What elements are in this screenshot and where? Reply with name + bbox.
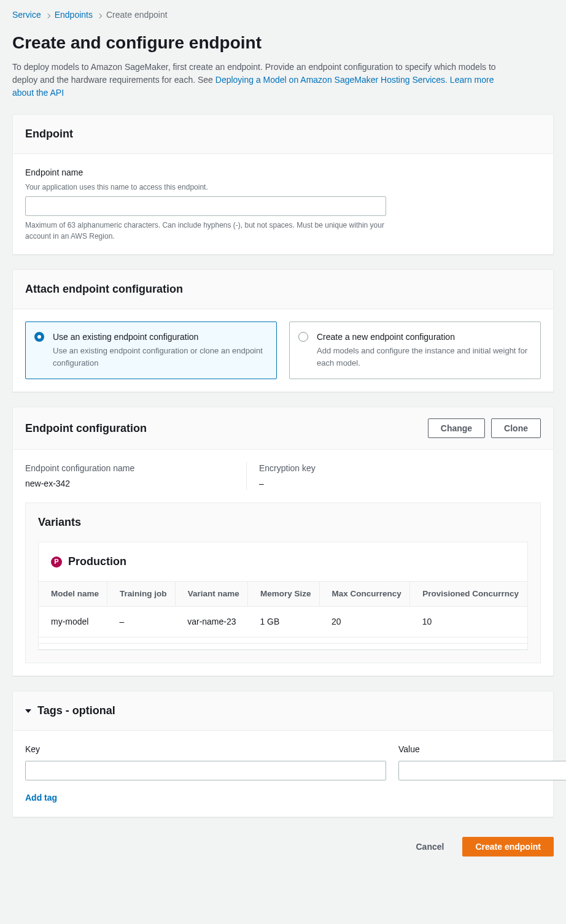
page-description: To deploy models to Amazon SageMaker, fi… (12, 61, 516, 99)
col-model-name: Model name (39, 582, 107, 607)
table-row: my-model – var-name-23 1 GB 20 10 (39, 607, 527, 637)
endpoint-config-panel: Endpoint configuration Change Clone Endp… (12, 407, 554, 676)
cell-provisioned-concurrency: 10 (410, 607, 527, 637)
radio-icon (298, 332, 308, 342)
col-provisioned-concurrency: Provisioned Concurrncy (410, 582, 527, 607)
endpoint-name-label: Endpoint name (25, 166, 541, 179)
tag-value-input[interactable] (398, 761, 566, 780)
variants-panel: Variants P Production Model name Tra (25, 502, 541, 663)
endpoint-name-constraint: Maximum of 63 alphanumeric characters. C… (25, 220, 387, 242)
cell-variant-name: var-name-23 (175, 607, 247, 637)
attach-config-title: Attach endpoint configuration (25, 281, 183, 298)
page-desc-sep: . (445, 75, 450, 85)
cell-memory-size: 1 GB (247, 607, 319, 637)
encryption-key-value: – (259, 477, 430, 490)
caret-down-icon (25, 709, 31, 713)
cancel-button[interactable]: Cancel (404, 837, 457, 857)
add-tag-button[interactable]: Add tag (25, 791, 541, 804)
radio-option-desc: Use an existing endpoint configuration o… (53, 345, 266, 369)
use-existing-config-radio[interactable]: Use an existing endpoint configuration U… (25, 321, 277, 379)
change-button[interactable]: Change (428, 418, 485, 438)
chevron-right-icon (46, 9, 50, 21)
tag-key-input[interactable] (25, 761, 386, 780)
tag-key-label: Key (25, 743, 386, 756)
production-badge-icon: P (51, 556, 62, 568)
create-new-config-radio[interactable]: Create a new endpoint configuration Add … (289, 321, 541, 379)
variants-table: Model name Training job Variant name Mem… (39, 581, 527, 650)
breadcrumb: Service Endpoints Create endpoint (12, 9, 554, 21)
create-endpoint-button[interactable]: Create endpoint (462, 837, 554, 857)
endpoint-panel: Endpoint Endpoint name Your application … (12, 114, 554, 255)
breadcrumb-service[interactable]: Service (12, 9, 41, 21)
encryption-key-label: Encryption key (259, 462, 430, 475)
attach-config-panel: Attach endpoint configuration Use an exi… (12, 269, 554, 392)
production-title: Production (68, 553, 126, 570)
chevron-right-icon (98, 9, 101, 21)
col-max-concurrency: Max Concurrency (319, 582, 410, 607)
cell-training-job: – (107, 607, 176, 637)
tags-title: Tags - optional (37, 703, 115, 719)
cell-model-name: my-model (39, 607, 107, 637)
cell-max-concurrency: 20 (319, 607, 410, 637)
clone-button[interactable]: Clone (491, 418, 541, 438)
page-title: Create and configure endpoint (12, 30, 554, 56)
endpoint-config-title: Endpoint configuration (25, 420, 147, 437)
tag-value-label: Value (398, 743, 566, 756)
radio-icon (34, 332, 44, 342)
footer-actions: Cancel Create endpoint (12, 832, 554, 857)
config-name-label: Endpoint configuration name (25, 462, 209, 475)
variants-title: Variants (38, 514, 528, 531)
breadcrumb-current: Create endpoint (106, 9, 168, 21)
col-training-job: Training job (107, 582, 176, 607)
col-memory-size: Memory Size (247, 582, 319, 607)
endpoint-panel-title: Endpoint (25, 126, 73, 142)
endpoint-name-hint: Your application uses this name to acces… (25, 182, 541, 193)
production-variants-box: P Production Model name Training job Var… (38, 542, 528, 650)
radio-option-title: Use an existing endpoint configuration (53, 331, 266, 344)
deploy-model-link[interactable]: Deploying a Model on Amazon SageMaker Ho… (215, 75, 445, 85)
tags-header-toggle[interactable]: Tags - optional (25, 703, 115, 719)
config-name-value: new-ex-342 (25, 477, 209, 490)
tags-panel: Tags - optional Key Value Remove Add tag (12, 691, 554, 817)
endpoint-name-input[interactable] (25, 196, 386, 216)
col-variant-name: Variant name (175, 582, 247, 607)
radio-option-title: Create a new endpoint configuration (317, 331, 530, 344)
breadcrumb-endpoints[interactable]: Endpoints (55, 9, 93, 21)
radio-option-desc: Add models and configure the instance an… (317, 345, 530, 369)
